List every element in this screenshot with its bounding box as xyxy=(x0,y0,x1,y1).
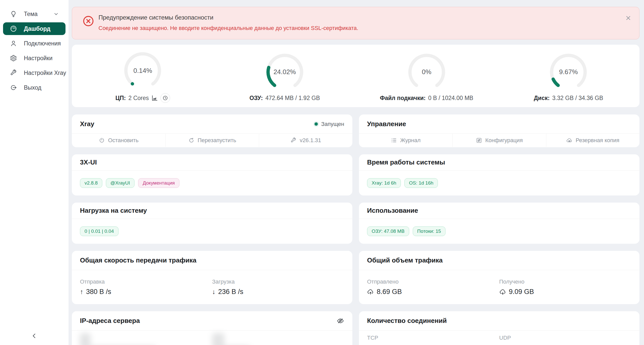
app-root: Тема Дашборд Подключения Настройки xyxy=(0,0,644,345)
swap-label: Файл подкачки: 0 B / 1024.00 MB xyxy=(380,95,473,102)
sidebar-item-logout[interactable]: Выход xyxy=(3,81,65,94)
volume-card-header: Общий объем трафика xyxy=(359,251,639,270)
cpu-label: ЦП: 2 Cores xyxy=(115,93,170,103)
uptime-card: Время работы системы Xray: 1d 6h OS: 1d … xyxy=(359,154,639,195)
disk-label: Диск: 3.32 GB / 34.36 GB xyxy=(534,95,603,102)
threexui-card-header: 3X-UI xyxy=(72,154,352,171)
log-button[interactable]: Журнал xyxy=(359,134,452,147)
xray-version-button[interactable]: v26.1.31 xyxy=(259,134,352,147)
uptime-tags: Xray: 1d 6h OS: 1d 16h xyxy=(359,171,639,195)
cpu-percent: 0.14% xyxy=(124,52,162,90)
eye-invisible-icon[interactable] xyxy=(337,317,344,325)
cloud-download-icon xyxy=(499,288,506,295)
threads-tag: Потоки: 15 xyxy=(413,226,445,236)
load-tags: 0 | 0.01 | 0.04 xyxy=(72,219,352,243)
swap-gauge: 0% Файл подкачки: 0 B / 1024.00 MB xyxy=(380,53,473,102)
ram-gauge-ring: 24.02% xyxy=(266,53,304,91)
cpu-gauge-ring: 0.14% xyxy=(124,52,162,90)
disk-gauge: 9.67% Диск: 3.32 GB / 34.36 GB xyxy=(534,53,603,102)
card-title: 3X-UI xyxy=(80,158,97,166)
reload-icon xyxy=(188,137,194,143)
restart-xray-button[interactable]: Перезапустить xyxy=(165,134,259,147)
xray-actions: Остановить Перезапустить v26.1.31 xyxy=(72,134,352,147)
gear-icon xyxy=(10,54,17,62)
upload-speed-stat: Отправка ↑ 380 B /s xyxy=(80,278,212,296)
sidebar-item-dashboard[interactable]: Дашборд xyxy=(3,22,65,35)
xray-card-header: Xray Запущен xyxy=(72,114,352,134)
sidebar-item-label: Настройки Xray xyxy=(24,70,66,76)
telegram-tag[interactable]: @XrayUI xyxy=(106,178,135,188)
arrow-down-icon: ↓ xyxy=(212,288,216,296)
ram-gauge: 24.02% ОЗУ: 472.64 MB / 1.92 GB xyxy=(250,53,320,102)
history-clock-button[interactable] xyxy=(160,93,170,103)
threexui-card: 3X-UI v2.8.8 @XrayUI Документация xyxy=(72,154,352,195)
wrench-icon xyxy=(10,69,17,77)
swap-percent: 0% xyxy=(408,53,446,91)
speed-card-header: Общая скорость передачи трафика xyxy=(72,251,352,270)
wrench-icon xyxy=(290,137,296,143)
list-icon xyxy=(391,137,397,143)
backup-button[interactable]: Резервная копия xyxy=(546,134,639,147)
load-card-header: Нагрузка на систему xyxy=(72,203,352,219)
disk-gauge-ring: 9.67% xyxy=(549,53,587,91)
system-gauges-card: 0.14% ЦП: 2 Cores xyxy=(72,45,639,107)
card-title: Xray xyxy=(80,120,94,128)
ram-percent: 24.02% xyxy=(266,53,304,91)
error-circle-icon xyxy=(83,15,94,27)
sidebar-collapse-button[interactable] xyxy=(0,330,69,342)
logout-icon xyxy=(10,84,17,91)
management-card-header: Управление xyxy=(359,114,639,134)
dashboard-icon xyxy=(10,25,17,32)
status-dot xyxy=(315,122,318,126)
load-card: Нагрузка на систему 0 | 0.01 | 0.04 xyxy=(72,203,352,244)
card-title: Время работы системы xyxy=(367,158,445,166)
uptime-card-header: Время работы системы xyxy=(359,154,639,171)
card-title: Управление xyxy=(367,120,406,128)
close-icon[interactable] xyxy=(624,14,633,22)
card-title: Нагрузка на систему xyxy=(80,207,147,215)
download-speed-stat: Загрузка ↓ 236 B /s xyxy=(212,278,344,296)
card-title: IP-адреса сервера xyxy=(80,317,140,325)
udp-stat: UDP 4 xyxy=(499,335,632,345)
swap-gauge-ring: 0% xyxy=(408,53,446,91)
redacted-label-blob xyxy=(80,333,91,345)
xray-uptime-tag: Xray: 1d 6h xyxy=(367,178,401,188)
sidebar-item-label: Выход xyxy=(24,84,41,91)
sidebar-item-xray-settings[interactable]: Настройки Xray xyxy=(3,67,65,79)
version-tag[interactable]: v2.8.8 xyxy=(80,178,102,188)
server-ips-card: IP-адреса сервера xyxy=(72,311,352,345)
sidebar-item-label: Дашборд xyxy=(24,25,51,32)
sidebar-item-theme[interactable]: Тема xyxy=(3,8,65,20)
status-badge: Запущен xyxy=(315,121,344,127)
config-button[interactable]: Конфигурация xyxy=(452,134,546,147)
os-uptime-tag: OS: 1d 16h xyxy=(404,178,438,188)
sidebar-item-connections[interactable]: Подключения xyxy=(3,37,65,50)
usage-tags: ОЗУ: 47.08 MB Потоки: 15 xyxy=(359,219,639,243)
ram-usage-tag: ОЗУ: 47.08 MB xyxy=(367,226,409,236)
sidebar-item-label: Подключения xyxy=(24,40,61,47)
bulb-icon xyxy=(10,10,17,18)
cloud-upload-icon xyxy=(367,288,374,295)
alert-description: Соединение не защищено. Не вводите конфи… xyxy=(98,25,621,31)
arrow-up-icon: ↑ xyxy=(80,288,83,296)
connections-card-header: Количество соединений xyxy=(359,311,639,331)
connections-card: Количество соединений TCP 20 UDP xyxy=(359,311,639,345)
ipv6-redacted xyxy=(212,333,344,345)
server-ips-redacted xyxy=(72,331,352,345)
stop-xray-button[interactable]: Остановить xyxy=(72,134,165,147)
area-chart-icon xyxy=(151,95,158,101)
load-average-tag: 0 | 0.01 | 0.04 xyxy=(80,226,119,236)
cpu-gauge: 0.14% ЦП: 2 Cores xyxy=(115,52,170,103)
documentation-tag[interactable]: Документация xyxy=(138,178,179,188)
sidebar: Тема Дашборд Подключения Настройки xyxy=(0,0,69,345)
speed-stats: Отправка ↑ 380 B /s Загрузка ↓ 236 B /s xyxy=(72,270,352,304)
disk-percent: 9.67% xyxy=(549,53,587,91)
sidebar-item-label: Тема xyxy=(24,11,38,18)
usage-card: Использование ОЗУ: 47.08 MB Потоки: 15 xyxy=(359,203,639,244)
tcp-stat: TCP 20 xyxy=(367,335,499,345)
card-title: Количество соединений xyxy=(367,317,447,325)
sliders-icon xyxy=(476,137,482,143)
sidebar-item-settings[interactable]: Настройки xyxy=(3,52,65,64)
connections-stats: TCP 20 UDP xyxy=(359,331,639,345)
received-volume-stat: Получено 9.09 GB xyxy=(499,278,632,296)
